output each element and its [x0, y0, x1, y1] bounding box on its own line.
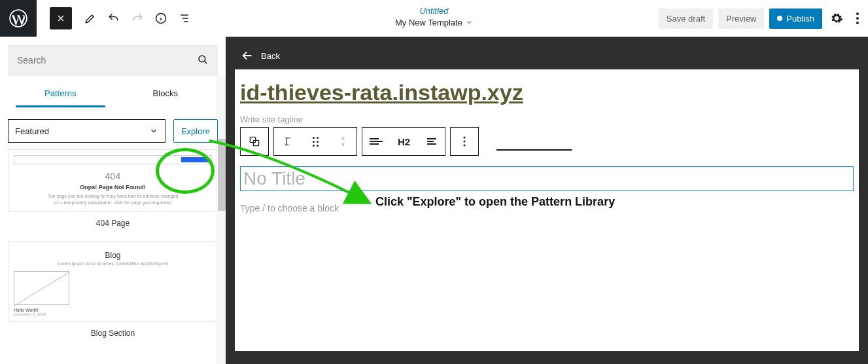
- block-inserter-sidebar: Patterns Blocks Featured Explore 404 Oop…: [0, 37, 226, 364]
- pattern-thumbnail: Blog Lorem ipsum dolor sit amet, consect…: [8, 241, 218, 322]
- pattern-category-select[interactable]: Featured: [8, 119, 165, 143]
- pattern-card[interactable]: 404 Oops! Page Not Found! The page you a…: [8, 149, 218, 237]
- block-type-button[interactable]: [274, 127, 302, 156]
- preview-button[interactable]: Preview: [718, 9, 764, 29]
- heading-level-button[interactable]: H2: [390, 127, 417, 156]
- tab-blocks[interactable]: Blocks: [113, 79, 218, 107]
- pattern-list[interactable]: 404 Oops! Page Not Found! The page you a…: [0, 149, 226, 364]
- svg-point-10: [463, 140, 465, 142]
- select-value: Featured: [15, 126, 49, 136]
- pattern-caption: 404 Page: [8, 212, 218, 237]
- publish-label: Publish: [786, 14, 814, 24]
- edit-tool-button[interactable]: [78, 7, 102, 30]
- post-title-placeholder: No Title: [243, 168, 850, 189]
- drag-handle[interactable]: [302, 127, 329, 156]
- editor-topbar: Untitled My New Template Save draft Prev…: [0, 0, 868, 37]
- pattern-caption: Blog Section: [8, 322, 218, 347]
- search-input[interactable]: [17, 55, 197, 65]
- chevron-down-icon: [465, 18, 473, 26]
- inserter-search[interactable]: [8, 45, 218, 76]
- explore-patterns-button[interactable]: Explore: [173, 119, 218, 143]
- svg-rect-8: [253, 140, 258, 145]
- inserter-tabs: Patterns Blocks: [0, 79, 226, 107]
- more-options-button[interactable]: [851, 9, 864, 27]
- close-inserter-button[interactable]: [50, 7, 72, 29]
- toolbar-underline-decoration: [496, 149, 572, 151]
- pattern-filter-row: Featured Explore: [0, 107, 226, 149]
- svg-rect-7: [250, 137, 255, 142]
- template-name: My New Template: [395, 17, 462, 29]
- text-align-button[interactable]: [417, 127, 445, 156]
- document-title[interactable]: Untitled My New Template: [395, 5, 473, 28]
- site-title-link[interactable]: id-thieves-rata.instawp.xyz: [235, 80, 859, 105]
- block-toolbar: ▲▼ H2: [240, 127, 859, 156]
- sidebar-scrollbar[interactable]: [217, 76, 226, 364]
- search-icon: [197, 54, 209, 67]
- select-parent-button[interactable]: [241, 127, 268, 156]
- svg-point-2: [856, 12, 859, 15]
- template-back-row[interactable]: Back: [226, 37, 868, 69]
- site-tagline-placeholder[interactable]: Write site tagline: [240, 115, 303, 124]
- undo-button[interactable]: [102, 7, 126, 30]
- page-surface[interactable]: id-thieves-rata.instawp.xyz Write site t…: [235, 69, 859, 351]
- pattern-thumbnail: 404 Oops! Page Not Found! The page you a…: [8, 149, 218, 212]
- block-more-options-button[interactable]: [451, 127, 478, 156]
- redo-button[interactable]: [126, 7, 149, 30]
- svg-line-6: [14, 272, 70, 306]
- save-draft-button[interactable]: Save draft: [659, 9, 713, 29]
- post-title-block[interactable]: No Title: [240, 166, 854, 191]
- back-label: Back: [261, 51, 280, 61]
- chevron-down-icon: [149, 126, 158, 136]
- arrow-left-icon: [240, 48, 254, 63]
- svg-point-9: [463, 136, 465, 138]
- svg-point-11: [463, 144, 465, 146]
- move-up-down-button[interactable]: ▲▼: [329, 127, 356, 156]
- svg-point-3: [856, 17, 859, 20]
- wordpress-logo[interactable]: [0, 0, 37, 37]
- publish-button[interactable]: Publish: [769, 9, 822, 29]
- scrollbar-thumb[interactable]: [218, 139, 226, 211]
- status-dot-icon: [777, 16, 782, 21]
- align-button[interactable]: [362, 127, 390, 156]
- svg-point-5: [199, 56, 205, 62]
- topbar-right-actions: Save draft Preview Publish: [659, 0, 864, 37]
- svg-point-4: [856, 22, 859, 24]
- doc-title-text: Untitled: [395, 5, 473, 17]
- tab-patterns[interactable]: Patterns: [8, 79, 113, 107]
- annotation-text: Click "Explore" to open the Pattern Libr…: [375, 195, 615, 209]
- document-info-button[interactable]: [149, 7, 173, 30]
- pattern-card[interactable]: Blog Lorem ipsum dolor sit amet, consect…: [8, 241, 218, 347]
- settings-button[interactable]: [827, 9, 846, 27]
- list-view-button[interactable]: [173, 7, 196, 30]
